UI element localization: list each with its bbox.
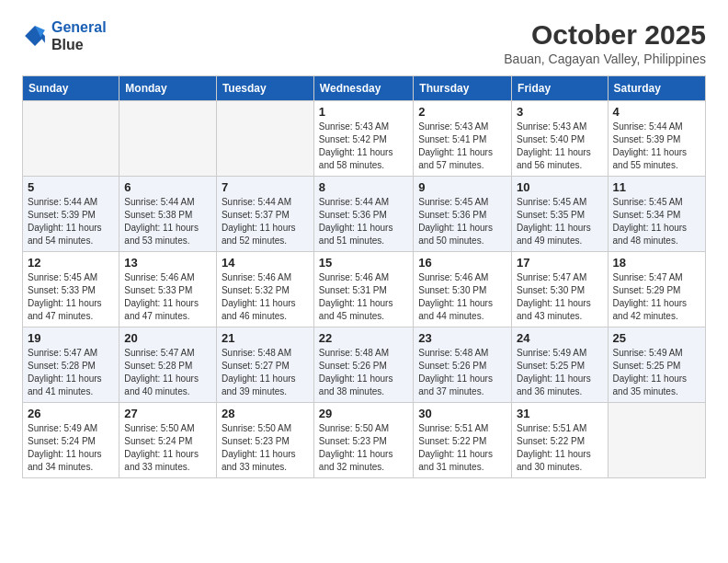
calendar-cell: 2Sunrise: 5:43 AM Sunset: 5:41 PM Daylig… — [414, 101, 512, 177]
day-number: 23 — [418, 331, 506, 345]
calendar-cell: 18Sunrise: 5:47 AM Sunset: 5:29 PM Dayli… — [608, 252, 705, 327]
calendar-cell: 26Sunrise: 5:49 AM Sunset: 5:24 PM Dayli… — [23, 403, 119, 478]
weekday-header-wednesday: Wednesday — [313, 76, 413, 101]
page-title: October 2025 — [504, 18, 706, 52]
logo-line1: General — [51, 19, 107, 35]
day-info: Sunrise: 5:43 AM Sunset: 5:41 PM Dayligh… — [418, 121, 506, 172]
day-info: Sunrise: 5:44 AM Sunset: 5:38 PM Dayligh… — [124, 196, 211, 247]
day-info: Sunrise: 5:43 AM Sunset: 5:40 PM Dayligh… — [517, 121, 602, 172]
day-info: Sunrise: 5:47 AM Sunset: 5:29 PM Dayligh… — [613, 271, 700, 323]
weekday-header-monday: Monday — [119, 76, 217, 101]
day-number: 20 — [124, 331, 211, 345]
day-number: 3 — [517, 105, 602, 119]
day-info: Sunrise: 5:45 AM Sunset: 5:35 PM Dayligh… — [517, 196, 602, 247]
calendar-cell — [216, 101, 313, 177]
weekday-header-saturday: Saturday — [608, 76, 705, 101]
logo-text: General Blue — [51, 18, 107, 53]
calendar-cell: 15Sunrise: 5:46 AM Sunset: 5:31 PM Dayli… — [313, 252, 413, 327]
day-number: 30 — [418, 407, 506, 420]
day-number: 17 — [517, 256, 602, 270]
page-subtitle: Bauan, Cagayan Valley, Philippines — [504, 52, 706, 66]
calendar-cell: 22Sunrise: 5:48 AM Sunset: 5:26 PM Dayli… — [313, 327, 413, 403]
day-number: 2 — [418, 105, 506, 119]
day-number: 5 — [28, 180, 114, 194]
day-info: Sunrise: 5:46 AM Sunset: 5:31 PM Dayligh… — [319, 271, 408, 323]
calendar-header-row: SundayMondayTuesdayWednesdayThursdayFrid… — [23, 76, 706, 101]
calendar-cell: 14Sunrise: 5:46 AM Sunset: 5:32 PM Dayli… — [216, 252, 313, 327]
day-info: Sunrise: 5:47 AM Sunset: 5:28 PM Dayligh… — [124, 347, 211, 398]
day-number: 26 — [28, 407, 114, 420]
day-number: 6 — [124, 180, 211, 194]
calendar-cell: 23Sunrise: 5:48 AM Sunset: 5:26 PM Dayli… — [414, 327, 512, 403]
calendar-cell: 20Sunrise: 5:47 AM Sunset: 5:28 PM Dayli… — [119, 327, 217, 403]
day-info: Sunrise: 5:44 AM Sunset: 5:36 PM Dayligh… — [319, 196, 408, 247]
day-info: Sunrise: 5:45 AM Sunset: 5:34 PM Dayligh… — [613, 196, 700, 247]
day-info: Sunrise: 5:47 AM Sunset: 5:28 PM Dayligh… — [28, 347, 114, 398]
day-number: 16 — [418, 256, 506, 270]
logo-line2: Blue — [51, 36, 107, 53]
day-number: 1 — [319, 105, 408, 119]
calendar-cell: 7Sunrise: 5:44 AM Sunset: 5:37 PM Daylig… — [216, 177, 313, 252]
day-number: 10 — [517, 180, 602, 194]
day-number: 4 — [613, 105, 700, 119]
day-number: 27 — [124, 407, 211, 420]
day-info: Sunrise: 5:46 AM Sunset: 5:32 PM Dayligh… — [222, 271, 309, 323]
day-number: 14 — [222, 256, 309, 270]
day-info: Sunrise: 5:48 AM Sunset: 5:26 PM Dayligh… — [418, 347, 506, 398]
calendar-cell: 17Sunrise: 5:47 AM Sunset: 5:30 PM Dayli… — [512, 252, 608, 327]
logo-icon — [22, 23, 48, 49]
day-info: Sunrise: 5:49 AM Sunset: 5:24 PM Dayligh… — [28, 422, 114, 474]
day-number: 9 — [418, 180, 506, 194]
day-info: Sunrise: 5:50 AM Sunset: 5:23 PM Dayligh… — [222, 422, 309, 474]
page: General Blue October 2025 Bauan, Cagayan… — [0, 0, 728, 497]
calendar-cell: 29Sunrise: 5:50 AM Sunset: 5:23 PM Dayli… — [313, 403, 413, 478]
calendar-cell: 12Sunrise: 5:45 AM Sunset: 5:33 PM Dayli… — [23, 252, 119, 327]
day-number: 25 — [613, 331, 700, 345]
calendar-cell — [608, 403, 705, 478]
calendar-cell: 10Sunrise: 5:45 AM Sunset: 5:35 PM Dayli… — [512, 177, 608, 252]
calendar-cell: 19Sunrise: 5:47 AM Sunset: 5:28 PM Dayli… — [23, 327, 119, 403]
day-number: 21 — [222, 331, 309, 345]
calendar-table: SundayMondayTuesdayWednesdayThursdayFrid… — [22, 75, 706, 478]
day-number: 19 — [28, 331, 114, 345]
svg-marker-0 — [25, 26, 45, 46]
calendar-week-row: 5Sunrise: 5:44 AM Sunset: 5:39 PM Daylig… — [23, 177, 706, 252]
day-info: Sunrise: 5:49 AM Sunset: 5:25 PM Dayligh… — [517, 347, 602, 398]
day-info: Sunrise: 5:44 AM Sunset: 5:39 PM Dayligh… — [28, 196, 114, 247]
day-number: 15 — [319, 256, 408, 270]
calendar-cell: 31Sunrise: 5:51 AM Sunset: 5:22 PM Dayli… — [512, 403, 608, 478]
calendar-week-row: 19Sunrise: 5:47 AM Sunset: 5:28 PM Dayli… — [23, 327, 706, 403]
weekday-header-tuesday: Tuesday — [216, 76, 313, 101]
calendar-cell — [23, 101, 119, 177]
day-number: 29 — [319, 407, 408, 420]
day-info: Sunrise: 5:46 AM Sunset: 5:33 PM Dayligh… — [124, 271, 211, 323]
day-info: Sunrise: 5:48 AM Sunset: 5:26 PM Dayligh… — [319, 347, 408, 398]
day-info: Sunrise: 5:44 AM Sunset: 5:39 PM Dayligh… — [613, 121, 700, 172]
day-info: Sunrise: 5:50 AM Sunset: 5:23 PM Dayligh… — [319, 422, 408, 474]
calendar-cell: 8Sunrise: 5:44 AM Sunset: 5:36 PM Daylig… — [313, 177, 413, 252]
day-number: 18 — [613, 256, 700, 270]
calendar-cell: 1Sunrise: 5:43 AM Sunset: 5:42 PM Daylig… — [313, 101, 413, 177]
calendar-cell: 11Sunrise: 5:45 AM Sunset: 5:34 PM Dayli… — [608, 177, 705, 252]
day-info: Sunrise: 5:49 AM Sunset: 5:25 PM Dayligh… — [613, 347, 700, 398]
weekday-header-friday: Friday — [512, 76, 608, 101]
day-number: 8 — [319, 180, 408, 194]
day-info: Sunrise: 5:50 AM Sunset: 5:24 PM Dayligh… — [124, 422, 211, 474]
day-number: 12 — [28, 256, 114, 270]
day-number: 11 — [613, 180, 700, 194]
day-info: Sunrise: 5:45 AM Sunset: 5:36 PM Dayligh… — [418, 196, 506, 247]
day-number: 13 — [124, 256, 211, 270]
calendar-cell: 5Sunrise: 5:44 AM Sunset: 5:39 PM Daylig… — [23, 177, 119, 252]
calendar-cell — [119, 101, 217, 177]
day-number: 7 — [222, 180, 309, 194]
calendar-cell: 25Sunrise: 5:49 AM Sunset: 5:25 PM Dayli… — [608, 327, 705, 403]
calendar-week-row: 26Sunrise: 5:49 AM Sunset: 5:24 PM Dayli… — [23, 403, 706, 478]
weekday-header-thursday: Thursday — [414, 76, 512, 101]
calendar-cell: 13Sunrise: 5:46 AM Sunset: 5:33 PM Dayli… — [119, 252, 217, 327]
calendar-week-row: 12Sunrise: 5:45 AM Sunset: 5:33 PM Dayli… — [23, 252, 706, 327]
calendar-cell: 4Sunrise: 5:44 AM Sunset: 5:39 PM Daylig… — [608, 101, 705, 177]
day-info: Sunrise: 5:47 AM Sunset: 5:30 PM Dayligh… — [517, 271, 602, 323]
calendar-cell: 6Sunrise: 5:44 AM Sunset: 5:38 PM Daylig… — [119, 177, 217, 252]
calendar-cell: 24Sunrise: 5:49 AM Sunset: 5:25 PM Dayli… — [512, 327, 608, 403]
title-block: October 2025 Bauan, Cagayan Valley, Phil… — [504, 18, 706, 66]
